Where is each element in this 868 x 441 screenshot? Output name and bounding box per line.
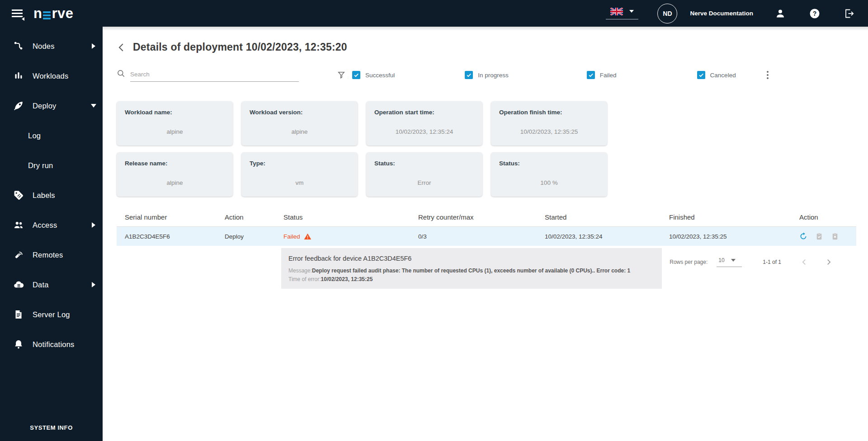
rows-per-page-value: 10 <box>718 257 724 263</box>
deploy-rocket-icon <box>13 100 24 111</box>
filter-icon[interactable] <box>337 70 346 80</box>
sidebar-item-access[interactable]: Access <box>0 210 103 240</box>
pagination: Rows per page: 10 1-1 of 1 <box>670 257 833 267</box>
info-card-workload-version: Workload version: alpine <box>241 101 358 145</box>
sidebar-item-nodes[interactable]: Nodes <box>0 31 103 61</box>
info-card-type: Type: vm <box>241 152 358 197</box>
rows-per-page-label: Rows per page: <box>670 259 708 265</box>
warning-icon <box>304 233 311 240</box>
table-header: Serial number Action Status Retry counte… <box>117 213 856 227</box>
deployment-table: Serial number Action Status Retry counte… <box>117 213 856 338</box>
sidebar-item-labels[interactable]: Labels <box>0 180 103 210</box>
card-label: Operation start time: <box>374 109 474 116</box>
sidebar-item-workloads[interactable]: Workloads <box>0 61 103 91</box>
sidebar-item-log[interactable]: Log <box>0 121 103 150</box>
sidebar-item-notifications[interactable]: Notifications <box>0 329 103 359</box>
language-selector[interactable] <box>606 8 638 19</box>
cell-serial-number: A1B2C3D4E5F6 <box>117 233 217 240</box>
sidebar-item-label: Data <box>33 281 49 289</box>
cell-row-actions <box>791 232 856 240</box>
cell-started: 10/02/2023, 12:35:24 <box>537 233 661 240</box>
clipboard-check-icon[interactable] <box>815 232 823 240</box>
column-header: Started <box>537 213 661 221</box>
card-label: Workload name: <box>125 109 225 116</box>
sidebar-item-data[interactable]: Data <box>0 270 103 300</box>
previous-page-icon[interactable] <box>800 258 808 266</box>
sidebar-item-label: Workloads <box>33 72 68 80</box>
logo-e-bars-icon <box>43 7 51 19</box>
sidebar-item-deploy[interactable]: Deploy <box>0 91 103 121</box>
card-value: alpine <box>117 179 233 186</box>
chevron-down-icon <box>731 259 736 262</box>
cell-finished: 10/02/2023, 12:35:25 <box>661 233 791 240</box>
card-label: Release name: <box>125 160 225 167</box>
checkbox-label: Failed <box>600 72 617 79</box>
logout-icon[interactable] <box>844 8 854 19</box>
page-title: Details of deployment 10/02/2023, 12:35:… <box>133 41 347 53</box>
back-button[interactable] <box>117 42 127 52</box>
chevron-down-icon <box>91 104 96 108</box>
rows-per-page-select[interactable]: 10 <box>717 257 742 267</box>
logo-text-prefix: n <box>33 5 42 22</box>
checkbox-label: Successful <box>365 72 395 79</box>
error-message-line: Message:Deploy request failed audit phas… <box>288 267 655 274</box>
card-label: Type: <box>250 160 349 167</box>
cell-retry-counter: 0/3 <box>410 233 537 240</box>
sidebar-item-label: Access <box>33 221 57 230</box>
checkbox-label: In progress <box>478 72 509 79</box>
deployment-info-cards: Workload name: alpine Workload version: … <box>117 101 607 197</box>
checkbox-successful[interactable]: Successful <box>352 71 395 79</box>
labels-tag-icon <box>13 190 24 201</box>
card-value: Error <box>366 179 482 186</box>
card-value: alpine <box>241 128 358 135</box>
info-card-workload-name: Workload name: alpine <box>117 101 233 145</box>
clipboard-cancel-icon[interactable] <box>831 232 839 240</box>
checkbox-in-progress[interactable]: In progress <box>465 71 509 79</box>
page-range: 1-1 of 1 <box>763 259 781 265</box>
data-cloud-icon <box>13 279 24 290</box>
sidebar-item-dry-run[interactable]: Dry run <box>0 150 103 180</box>
sidebar-item-label: Nodes <box>33 42 55 51</box>
sidebar-item-server-log[interactable]: Server Log <box>0 300 103 329</box>
system-info-link[interactable]: SYSTEM INFO <box>0 424 103 431</box>
search-input[interactable] <box>130 68 299 82</box>
card-label: Status: <box>499 160 599 167</box>
error-message-text: Deploy request failed audit phase: The n… <box>312 267 630 274</box>
nerve-documentation-link[interactable]: Nerve Documentation <box>690 10 753 17</box>
workloads-icon <box>13 70 24 81</box>
nodes-icon <box>13 41 24 52</box>
info-card-operation-start-time: Operation start time: 10/02/2023, 12:35:… <box>366 101 482 145</box>
checkbox-canceled[interactable]: Canceled <box>697 71 736 79</box>
card-label: Workload version: <box>250 109 349 116</box>
sidebar-item-remotes[interactable]: Remotes <box>0 240 103 270</box>
checkbox-failed[interactable]: Failed <box>587 71 617 79</box>
sidebar: Nodes Workloads Deploy Log Dry run Label… <box>0 27 103 441</box>
retry-icon[interactable] <box>799 232 807 240</box>
card-value: 10/02/2023, 12:35:24 <box>366 128 482 135</box>
help-icon[interactable]: ? <box>809 8 820 19</box>
next-page-icon[interactable] <box>825 258 833 266</box>
info-card-status: Status: Error <box>366 152 482 197</box>
sidebar-item-label: Server Log <box>33 310 70 319</box>
server-log-document-icon <box>13 309 24 320</box>
access-users-icon <box>13 220 24 230</box>
sidebar-item-label: Remotes <box>33 251 63 259</box>
user-icon[interactable] <box>775 8 786 19</box>
chevron-right-icon <box>92 43 95 49</box>
column-header: Finished <box>661 213 791 221</box>
sidebar-item-label: Labels <box>33 191 55 200</box>
table-row[interactable]: A1B2C3D4E5F6 Deploy Failed 0/3 10/02/202… <box>117 227 856 246</box>
checkbox-checked-icon <box>465 71 473 79</box>
hamburger-menu-icon[interactable] <box>12 8 24 19</box>
kebab-menu-icon[interactable] <box>763 70 772 80</box>
info-card-release-name: Release name: alpine <box>117 152 233 197</box>
error-time-text: 10/02/2023, 12:35:25 <box>321 276 373 282</box>
topbar: n rve ND Nerve Documentation <box>0 0 868 27</box>
card-value: vm <box>241 179 358 186</box>
avatar[interactable]: ND <box>657 4 677 23</box>
sidebar-item-label: Deploy <box>33 102 57 110</box>
status-text: Failed <box>283 233 300 240</box>
sidebar-item-label: Log <box>28 131 41 140</box>
column-header: Serial number <box>117 213 217 221</box>
nerve-logo: n rve <box>33 5 73 22</box>
